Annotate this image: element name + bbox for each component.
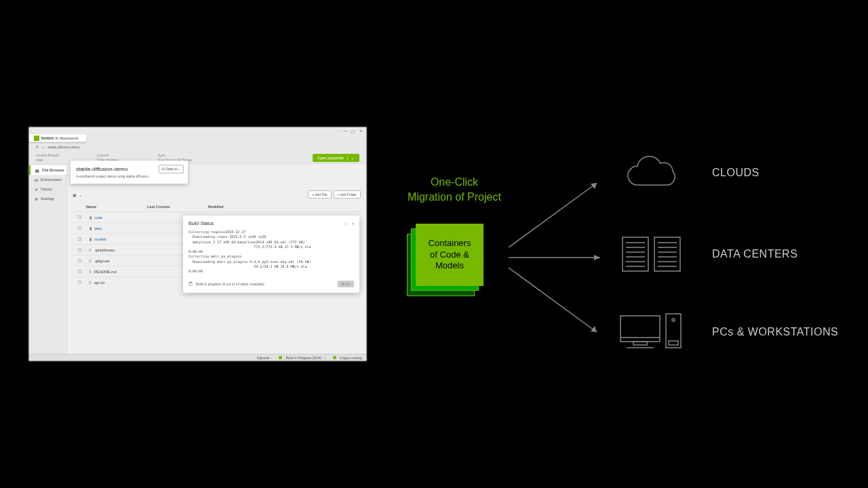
row-checkbox[interactable] [78,216,81,219]
breadcrumb-project[interactable]: stable-diffusion-demo [47,145,80,149]
add-folder-button[interactable]: + Add Folder [334,190,361,199]
migration-diagram: One-Click Migration of Project Container… [380,156,854,359]
col-last-commit[interactable]: Last Commit [147,205,208,209]
open-in-button[interactable]: ⧉ Open in... [159,165,184,174]
window-close-button[interactable]: × [359,129,362,133]
project-description: A workbench project demo using stable di… [76,174,182,178]
build-log: Collecting regex>=2019.12.17 Downloading… [189,230,354,274]
open-jupyterlab-button[interactable]: Open jupyterlab ⌄ [313,154,359,162]
sidebar: ▤ File Browser ⊞ Environment ↺ History ⚙… [29,164,67,354]
target-clouds: CLOUDS [617,149,760,197]
target-workstations: PCs & WORKSTATIONS [617,308,838,356]
row-checkbox[interactable] [78,248,81,251]
target-datacenters: DATA CENTERS [617,230,797,278]
workbench-window: — ▢ × NVIDIA AI Workbench ≡ ⌂ stable-dif… [28,127,367,361]
project-info-card: stable-diffusion-demo A workbench projec… [71,161,188,184]
svg-marker-5 [591,326,597,332]
target-label: DATA CENTERS [712,248,797,260]
open-dropdown-icon[interactable]: ⌄ [347,156,355,160]
nvidia-logo-icon [34,136,39,141]
status-apps[interactable]: 0 apps running [333,356,362,360]
row-checkbox[interactable] [78,226,81,230]
file-icon: ≡ [86,270,94,274]
folder-icon: ▮ [86,215,94,220]
main-panel: stable-diffusion-demo A workbench projec… [67,164,366,354]
file-browser-icon: ▤ [35,168,39,172]
row-checkbox[interactable] [78,237,81,241]
build-button[interactable]: Build [338,281,354,287]
svg-line-4 [509,268,597,332]
build-progress-text: Build in progress (9 out of 14 steps com… [196,282,264,286]
row-checkbox[interactable] [78,281,81,284]
server-rack-icon [617,230,685,278]
folder-icon: ▮ [86,237,94,241]
sidebar-item-file-browser[interactable]: ▤ File Browser [29,165,66,175]
root-folder-icon: ▣ [73,193,77,197]
svg-rect-22 [633,342,647,345]
folder-icon: ▮ [86,226,94,230]
cloud-icon [617,149,685,197]
menu-icon[interactable]: ≡ [36,145,39,149]
build-status-title: Build Status [189,221,214,226]
settings-icon: ⚙ [34,197,38,201]
build-status-panel: Build Status — × Collecting regex>=2019.… [183,216,359,293]
row-checkbox[interactable] [78,259,81,262]
status-uploads[interactable]: Uploads – [257,356,273,360]
status-bar: Uploads – Build In Progress (9/14) ⌄ 0 a… [29,354,366,361]
build-close-button[interactable]: × [351,222,354,226]
svg-point-25 [672,319,675,321]
status-dot-icon [333,356,336,359]
container-stack: Containers of Code & Models [407,224,484,296]
row-checkbox[interactable] [78,270,81,273]
add-file-button[interactable]: + Add File [308,190,331,199]
workstation-icon [617,308,685,356]
environment-icon: ⊞ [34,178,38,182]
window-titlebar: — ▢ × [29,127,366,134]
window-minimize-button[interactable]: — [343,129,347,133]
svg-marker-1 [591,183,597,189]
arrows [502,156,624,359]
target-label: CLOUDS [712,167,760,179]
spinner-icon [189,282,193,286]
build-collapse-button[interactable]: — [343,222,347,226]
col-name[interactable]: Name [86,205,147,209]
file-toolbar: ▣ › + Add File + Add Folder [67,190,366,199]
status-build[interactable]: Build In Progress (9/14) ⌄ [279,356,326,360]
window-maximize-button[interactable]: ▢ [351,129,355,134]
sidebar-item-history[interactable]: ↺ History [29,184,66,194]
brand-text: NVIDIA AI Workbench [41,136,79,140]
container-label: Containers of Code & Models [416,224,484,286]
svg-line-0 [509,183,597,247]
col-modified[interactable]: Modified [208,205,361,209]
status-dot-icon [279,356,282,359]
sidebar-item-settings[interactable]: ⚙ Settings [29,194,66,203]
table-header: Name Last Commit Modified [73,202,361,211]
sidebar-item-environment[interactable]: ⊞ Environment [29,175,66,184]
brand-strip: NVIDIA AI Workbench [29,134,86,142]
svg-marker-3 [594,255,600,260]
breadcrumb: ≡ ⌂ stable-diffusion-demo [29,142,366,152]
path-crumb[interactable]: ▣ › [73,192,83,197]
file-icon: ≡ [86,259,94,263]
svg-rect-26 [669,341,678,345]
file-icon: ≡ [86,281,94,285]
file-icon: ≡ [86,248,94,252]
home-icon[interactable]: ⌂ [42,145,45,149]
history-icon: ↺ [34,187,38,191]
target-label: PCs & WORKSTATIONS [712,326,838,338]
